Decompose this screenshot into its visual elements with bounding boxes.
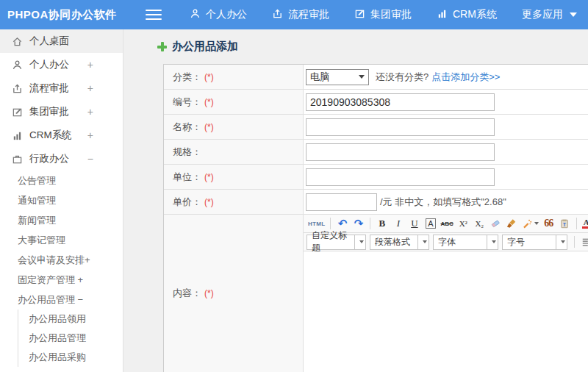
sidebar-item-label: 集团审批 [29,105,69,118]
sidebar-item-label: CRM系统 [29,129,72,142]
redo-button[interactable]: ↷ [351,216,366,231]
sidebar-item-label: 行政办公 [29,152,69,165]
briefcase-icon [12,154,23,165]
custom-heading-dropdown[interactable]: 自定义标题 [306,235,366,250]
category-selected-value: 电脑 [310,71,329,84]
category-label: 分类： [173,71,201,84]
nav-label: CRM系统 [453,8,497,21]
price-input[interactable] [306,193,377,211]
font-family-dropdown[interactable]: 字体 [433,235,498,250]
expand-icon[interactable]: + [87,106,93,118]
sidebar-item-label: 个人办公 [29,58,69,71]
sidebar-item-workflow-approval[interactable]: 流程审批 + [0,76,123,100]
italic-button[interactable]: I [390,216,406,231]
editor-toolbar-row2: 自定义标题 段落格式 字体 字号 [304,233,588,251]
expand-icon[interactable]: + [87,129,93,141]
menu-toggle-icon[interactable] [146,7,162,23]
main-content: 办公用品添加 分类：(*) 电脑 还没有分类? 点击添加分类>> 编号：(*) [123,29,588,372]
user-icon [12,60,23,71]
required-mark: (*) [204,172,214,182]
unit-label: 单位： [173,171,201,184]
sidebar-item-fixed-assets-mgmt[interactable]: 固定资产管理 + [0,270,123,290]
required-mark: (*) [204,288,214,298]
required-mark: (*) [204,72,214,82]
caret-down-icon [561,240,565,243]
sidebar-item-supplies-claim[interactable]: 办公用品领用 [18,310,123,329]
sidebar-item-supplies-purchase[interactable]: 办公用品采购 [18,348,123,367]
font-color-button[interactable]: A [581,216,588,231]
blockquote-button[interactable]: 66 [541,216,556,231]
price-label: 单价： [173,196,201,209]
unit-input[interactable] [306,168,495,186]
workflow-icon [12,83,23,94]
sidebar-item-personal-desktop[interactable]: 个人桌面 [0,29,123,53]
home-icon [12,36,23,47]
nav-label: 更多应用 [522,8,563,21]
autotypeset-icon[interactable] [520,216,540,231]
sidebar-item-personal-office[interactable]: 个人办公 + [0,53,123,76]
collapse-icon[interactable]: − [87,153,93,165]
nav-personal-office[interactable]: 个人办公 [190,8,247,21]
nav-more-apps[interactable]: 更多应用 [522,8,577,21]
sidebar-item-supplies-manage[interactable]: 办公用品管理 [18,329,123,348]
nav-label: 个人办公 [206,8,247,21]
html-source-button[interactable]: HTML [306,216,326,231]
name-input[interactable] [306,118,495,136]
sidebar-item-news-mgmt[interactable]: 新闻管理 [0,210,123,230]
edit-icon [12,107,23,118]
superscript-button[interactable]: X² [456,216,471,231]
subscript-button[interactable]: X₂ [472,216,487,231]
required-mark: (*) [204,97,214,107]
expand-icon[interactable]: + [87,82,93,94]
sidebar-item-office-supplies-mgmt[interactable]: 办公用品管理 − [0,290,123,310]
paragraph-format-dropdown[interactable]: 段落格式 [370,235,429,250]
nav-label: 流程审批 [288,8,329,21]
sidebar-item-admin-office[interactable]: 行政办公 − [0,147,123,171]
form-row-unit: 单位：(*) [164,165,588,190]
sidebar-item-meeting-request[interactable]: 会议申请及安排+ [0,250,123,270]
admin-office-submenu: 公告管理 通知管理 新闻管理 大事记管理 会议申请及安排+ 固定资产管理 + 办… [0,171,123,367]
caret-down-icon [359,240,364,243]
strikethrough-button[interactable]: ABC [439,216,454,231]
top-navigation: 个人办公 流程审批 集团审批 CRM系统 更多应用 [190,8,577,21]
nav-label: 集团审批 [370,8,412,21]
nav-workflow-approval[interactable]: 流程审批 [272,8,329,21]
format-brush-icon[interactable] [504,216,520,231]
caret-down-icon [492,240,496,243]
select-caret-icon [359,75,365,79]
expand-icon[interactable]: + [87,59,93,71]
add-category-link[interactable]: 点击添加分类>> [431,71,500,84]
name-label: 名称： [173,121,201,134]
page-title: 办公用品添加 [157,40,588,54]
supplies-form: 分类：(*) 电脑 还没有分类? 点击添加分类>> 编号：(*) [163,64,588,372]
form-row-category: 分类：(*) 电脑 还没有分类? 点击添加分类>> [164,65,588,90]
spec-input[interactable] [306,143,495,161]
eraser-icon[interactable] [488,216,503,231]
sidebar-item-announcement-mgmt[interactable]: 公告管理 [0,171,123,190]
caret-down-icon [423,240,427,243]
form-row-name: 名称：(*) [164,115,588,140]
font-size-dropdown[interactable]: 字号 [502,235,567,250]
nav-crm-system[interactable]: CRM系统 [437,8,497,21]
app-logo: PHPOA协同办公软件 [0,8,125,22]
font-border-button[interactable]: A [423,216,438,231]
form-row-content: 内容：(*) HTML ↶ ↷ B I U A ABC X² [164,215,588,372]
office-supplies-submenu: 办公用品领用 办公用品管理 办公用品采购 [18,310,123,367]
required-mark: (*) [204,197,214,207]
sidebar-item-notice-mgmt[interactable]: 通知管理 [0,190,123,210]
sidebar-item-group-approval[interactable]: 集团审批 + [0,100,123,124]
undo-button[interactable]: ↶ [334,216,350,231]
sidebar-item-crm-system[interactable]: CRM系统 + [0,124,123,147]
form-row-code: 编号：(*) [164,90,588,115]
bold-button[interactable]: B [374,216,390,231]
category-select[interactable]: 电脑 [306,69,369,85]
sidebar-item-memorabilia-mgmt[interactable]: 大事记管理 [0,230,123,250]
align-left-icon[interactable] [578,235,588,249]
editor-content-area[interactable] [304,251,588,372]
nav-group-approval[interactable]: 集团审批 [354,8,412,21]
content-label: 内容： [173,287,201,300]
code-input[interactable] [306,93,495,111]
paste-text-icon[interactable]: T [557,216,573,231]
underline-button[interactable]: U [406,216,422,231]
caret-down-icon [570,12,577,17]
